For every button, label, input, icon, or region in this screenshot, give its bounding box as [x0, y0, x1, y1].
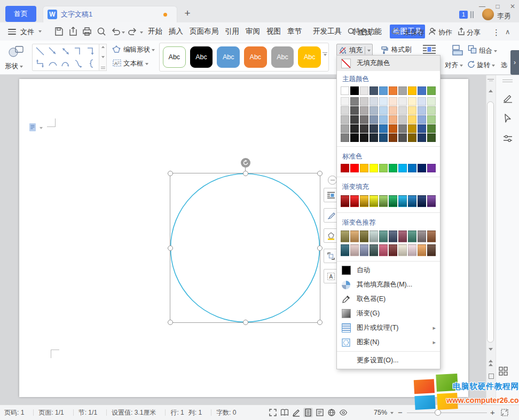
color-swatch[interactable] [369, 244, 378, 256]
page-view-icon[interactable] [303, 408, 313, 417]
color-swatch[interactable] [398, 244, 407, 256]
color-swatch[interactable] [427, 195, 436, 207]
color-swatch[interactable] [369, 195, 378, 207]
menu-item-more-settings[interactable]: 更多设置(O)... [337, 353, 440, 368]
paste-options-caret-icon[interactable] [40, 127, 43, 129]
color-swatch[interactable] [379, 124, 388, 133]
menu-item-picture-texture[interactable]: 图片或纹理(T) ▸ [337, 321, 440, 335]
user-name[interactable]: 李勇 [497, 11, 511, 21]
color-swatch[interactable] [418, 164, 426, 172]
resize-handle-ne[interactable] [317, 171, 323, 176]
color-swatch[interactable] [408, 86, 416, 95]
float-outline-button[interactable] [324, 228, 338, 243]
color-swatch[interactable] [408, 106, 416, 115]
share-icon[interactable] [457, 27, 466, 36]
color-swatch[interactable] [341, 86, 349, 95]
color-swatch[interactable] [398, 115, 407, 124]
status-item[interactable]: 字数: 0 [216, 408, 236, 417]
shape-style-1[interactable]: Abc [163, 46, 186, 68]
web-layout-icon[interactable] [327, 408, 336, 417]
save-icon[interactable] [53, 26, 64, 37]
color-swatch[interactable] [360, 115, 368, 124]
color-swatch[interactable] [360, 97, 368, 106]
home-tab[interactable]: 首页 [5, 6, 36, 22]
status-item[interactable]: 列: 1 [188, 408, 202, 417]
circle-shape[interactable] [170, 173, 320, 323]
color-swatch[interactable] [369, 115, 378, 124]
prev-page-icon[interactable] [489, 360, 493, 362]
color-swatch[interactable] [369, 97, 378, 106]
color-swatch[interactable] [350, 164, 359, 172]
hamburger-icon[interactable] [8, 29, 16, 35]
menu-item-more-fill-colors[interactable]: 其他填充颜色(M)... [337, 278, 440, 292]
color-swatch[interactable] [379, 195, 388, 207]
color-swatch[interactable] [360, 164, 368, 172]
ribbon-tab-6[interactable]: 视图 [263, 25, 284, 38]
scroll-up-icon[interactable] [489, 90, 493, 92]
color-swatch[interactable] [418, 115, 426, 124]
color-swatch[interactable] [389, 124, 397, 133]
color-swatch[interactable] [427, 115, 436, 124]
status-item[interactable]: 页码: 1 [4, 408, 24, 417]
zoom-out-button[interactable]: − [398, 408, 403, 417]
curve-arrow-connector-icon[interactable] [60, 58, 71, 69]
zoom-slider-track[interactable] [407, 413, 487, 413]
color-swatch[interactable] [341, 231, 349, 242]
color-swatch[interactable] [408, 231, 416, 242]
status-item[interactable]: 行: 1 [170, 408, 184, 417]
color-swatch[interactable] [398, 97, 407, 106]
color-swatch[interactable] [379, 164, 388, 172]
color-swatch[interactable] [389, 115, 397, 124]
float-toolbar-collapse-button[interactable] [328, 176, 337, 185]
color-swatch[interactable] [360, 86, 368, 95]
color-swatch[interactable] [427, 164, 436, 172]
color-swatch[interactable] [341, 244, 349, 256]
undo-icon[interactable] [111, 26, 121, 37]
line-shape-icon[interactable] [35, 46, 45, 57]
color-swatch[interactable] [398, 124, 407, 133]
shape-style-3[interactable]: Abc [217, 46, 240, 68]
color-swatch[interactable] [350, 244, 359, 256]
color-swatch[interactable] [398, 133, 407, 142]
rotate-button[interactable]: 旋转 [477, 61, 495, 70]
ruler-toggle-icon[interactable] [487, 79, 494, 83]
color-swatch[interactable] [389, 97, 397, 106]
file-menu[interactable]: 文件 [20, 27, 34, 37]
paste-options-icon[interactable] [29, 123, 37, 132]
color-swatch[interactable] [360, 195, 368, 207]
color-swatch[interactable] [350, 115, 359, 124]
panel-expand-tab[interactable]: › [510, 50, 519, 75]
resize-handle-s[interactable] [243, 320, 248, 325]
document-tab[interactable]: W 文字文稿1 [43, 6, 177, 22]
print-icon[interactable] [82, 26, 92, 37]
color-swatch[interactable] [398, 164, 407, 172]
color-swatch[interactable] [427, 231, 436, 242]
select-button[interactable]: 选 [501, 61, 508, 70]
resize-handle-w[interactable] [168, 245, 173, 251]
color-swatch[interactable] [350, 97, 359, 106]
color-swatch[interactable] [369, 231, 378, 242]
scroll-down-icon[interactable] [489, 348, 493, 351]
color-swatch[interactable] [369, 164, 378, 172]
color-swatch[interactable] [389, 164, 397, 172]
color-swatch[interactable] [427, 244, 436, 256]
color-swatch[interactable] [379, 97, 388, 106]
color-swatch[interactable] [418, 244, 426, 256]
gallery-more-icon[interactable] [101, 67, 105, 69]
color-swatch[interactable] [369, 106, 378, 115]
user-avatar[interactable] [482, 9, 494, 20]
menu-item-eyedropper[interactable]: 取色器(E) [337, 292, 440, 306]
float-wrap-button[interactable] [324, 188, 338, 202]
color-swatch[interactable] [427, 106, 436, 115]
color-swatch[interactable] [389, 106, 397, 115]
shape-style-5[interactable]: Abc [271, 46, 294, 68]
more-menu-icon[interactable]: ⋮ [492, 28, 500, 37]
shape-style-2[interactable]: Abc [190, 46, 213, 68]
color-swatch[interactable] [360, 244, 368, 256]
shape-align-icon[interactable] [451, 44, 464, 57]
align-button[interactable]: 对齐 [445, 61, 463, 70]
sidebar-settings-tool[interactable] [502, 133, 513, 144]
color-swatch[interactable] [389, 231, 397, 242]
gallery-scroll-down-icon[interactable] [101, 56, 105, 58]
color-swatch[interactable] [341, 133, 349, 142]
